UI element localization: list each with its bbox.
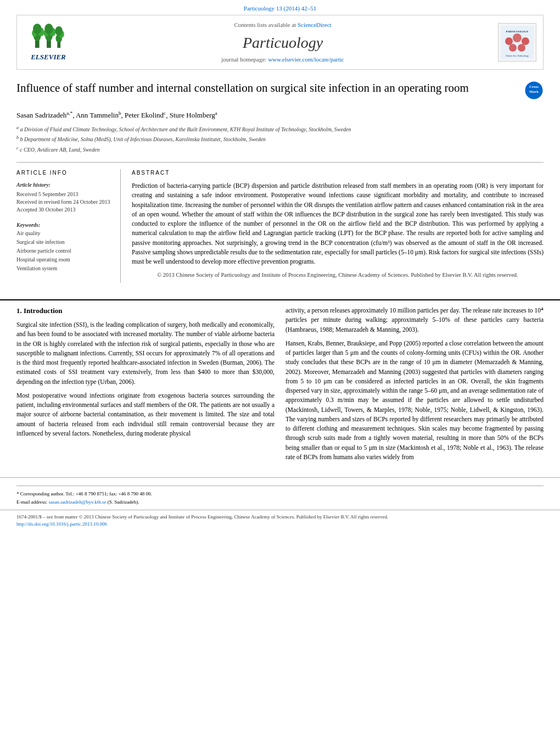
author4-sup: a [215,110,217,116]
sciencedirect-line: Contents lists available at ScienceDirec… [73,21,492,29]
info-abstract-section: ARTICLE INFO Article history: Received 5… [16,162,544,283]
svg-point-18 [522,37,529,45]
revised-date: Received in revised form 24 October 2013 [16,198,112,206]
affiliations: a a Division of Fluid and Climate Techno… [16,125,544,154]
copyright-line: © 2013 Chinese Society of Particuology a… [132,271,544,280]
keyword-5: Ventilation system [16,264,112,273]
page: Particuology 13 (2014) 42–51 [0,0,560,742]
svg-point-17 [513,34,522,42]
crossmark: Cross Mark [524,81,544,103]
history-label: Article history: [16,181,112,189]
journal-title: Particuology [73,32,492,53]
footnote-divider [16,486,544,486]
footer-issn: 1674-2001/$ – see front matter © 2013 Ch… [16,514,388,527]
journal-header-center: Contents lists available at ScienceDirec… [73,21,492,64]
main-body: 1. Introduction Surgical site infection … [0,299,560,472]
article-title-section: Influence of staff number and internal c… [16,81,544,103]
intro-para1: Surgical site infection (SSI), is the le… [16,320,275,387]
keyword-4: Hospital operating room [16,255,112,264]
right-para4: Hansen, Krabs, Benner, Brauksiepe, and P… [285,339,544,462]
svg-point-19 [509,44,517,52]
doi-line: http://dx.doi.org/10.1016/j.partic.2013.… [16,521,388,528]
right-para3: activity, a person releases approximatel… [285,306,544,334]
homepage-url[interactable]: www.elsevier.com/locate/partic [268,56,344,63]
crossmark-icon: Cross Mark [524,81,544,100]
svg-point-20 [518,44,525,52]
article-info-col: ARTICLE INFO Article history: Received 5… [16,169,121,283]
abstract-col: ABSTRACT Prediction of bacteria-carrying… [132,169,544,283]
elsevier-tree-icon [32,23,65,50]
issn-line: 1674-2001/$ – see front matter © 2013 Ch… [16,514,388,521]
keywords-label: Keywords: [16,221,112,229]
svg-text:PARTICUOLOGY: PARTICUOLOGY [506,30,529,33]
svg-point-16 [505,37,513,45]
keywords-section: Keywords: Air quality Surgical site infe… [16,221,112,273]
abstract-paragraph: Prediction of bacteria-carrying particle… [132,181,544,266]
author4-name: , Sture Holmberg [166,111,215,119]
journal-homepage: journal homepage: www.elsevier.com/locat… [73,55,492,64]
intro-para2: Most postoperative wound infections orig… [16,391,275,438]
keyword-3: Airborne particle control [16,247,112,255]
author3-name: , Peter Ekolind [121,111,164,119]
abstract-text: Prediction of bacteria-carrying particle… [132,181,544,280]
journal-ref: Particuology 13 (2014) 42–51 [0,0,560,15]
footnotes-section: * Corresponding author. Tel.: +46 8 790 … [0,477,560,510]
body-two-col: 1. Introduction Surgical site infection … [16,306,544,466]
svg-text:Mark: Mark [529,90,539,94]
particuology-logo-icon: PARTICUOLOGY Chinese Soc. Particuology [501,26,534,59]
footer-bottom: 1674-2001/$ – see front matter © 2013 Ch… [0,510,560,531]
svg-point-4 [33,24,41,34]
particuology-logo: PARTICUOLOGY Chinese Soc. Particuology [498,23,536,62]
doi-link[interactable]: http://dx.doi.org/10.1016/j.partic.2013.… [16,521,107,527]
article-title: Influence of staff number and internal c… [16,81,516,96]
section1-title: 1. Introduction [16,306,275,316]
keywords-list: Air quality Surgical site infection Airb… [16,229,112,273]
sciencedirect-link[interactable]: ScienceDirect [298,21,332,28]
authors-line: Sasan Sadrizadeha,*, Ann Tammelinb, Pete… [16,110,544,121]
email-suffix: (S. Sadrizadeh). [108,499,139,505]
accepted-date: Accepted 30 October 2013 [16,206,112,214]
svg-point-13 [55,26,63,36]
author1-sup: a,* [66,110,72,116]
svg-text:Chinese Soc. Particuology: Chinese Soc. Particuology [506,54,529,57]
keyword-1: Air quality [16,229,112,238]
received-date: Received 5 September 2013 [16,191,112,198]
right-para4-text: Hansen, Krabs, Benner, Brauksiepe, and P… [285,340,544,460]
svg-point-9 [44,24,53,34]
elsevier-wordmark: ELSEVIER [31,52,66,62]
author1-name: Sasan Sadrizadeh [16,111,66,119]
abstract-heading: ABSTRACT [132,169,544,177]
sciencedirect-label: Contents lists available at [234,21,296,28]
email-note: E-mail address: sasan.sadrizadeh@byv.kth… [16,499,544,506]
email-label-text: E-mail address: [16,499,48,505]
elsevier-logo: ELSEVIER [24,23,73,62]
article-info-heading: ARTICLE INFO [16,169,112,177]
homepage-label: journal homepage: [221,56,266,63]
body-left-col: 1. Introduction Surgical site infection … [16,306,275,466]
affil-b: b b Department of Medicine, Solna (MedS)… [16,135,544,143]
body-right-text: activity, a person releases approximatel… [285,306,544,462]
affil-a: a a Division of Fluid and Climate Techno… [16,125,544,133]
journal-ref-text: Particuology 13 (2014) 42–51 [244,5,316,12]
author2-name: , Ann Tammelin [72,111,119,119]
particuology-logo-area: PARTICUOLOGY Chinese Soc. Particuology [492,23,536,62]
body-right-col: activity, a person releases approximatel… [285,306,544,466]
journal-header: ELSEVIER Contents lists available at Sci… [16,15,544,70]
affil-c: c c CEO, Avidicare AB, Lund, Sweden [16,145,544,154]
svg-text:Cross: Cross [529,85,539,89]
article-content: Influence of staff number and internal c… [0,70,560,294]
email-link[interactable]: sasan.sadrizadeh@byv.kth.se [48,499,106,505]
keyword-2: Surgical site infection [16,238,112,247]
corresponding-author-note: * Corresponding author. Tel.: +46 8 790 … [16,490,544,498]
elsevier-logo-area: ELSEVIER [24,23,73,62]
body-left-text: Surgical site infection (SSI), is the le… [16,320,275,438]
